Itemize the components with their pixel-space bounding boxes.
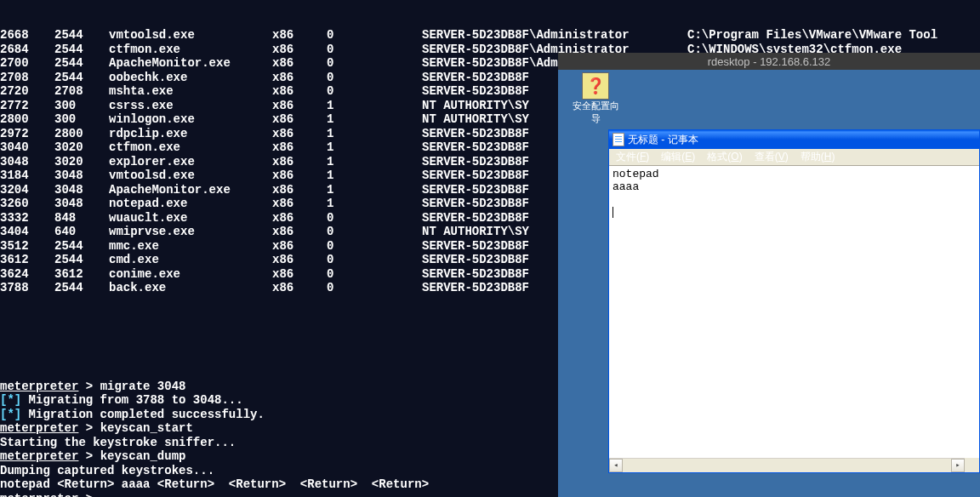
session: 1 bbox=[327, 127, 422, 141]
rdesktop-title: rdesktop - 192.168.6.132 bbox=[708, 55, 831, 68]
process-name: ctfmon.exe bbox=[109, 140, 272, 155]
arch: x86 bbox=[272, 43, 327, 57]
text-cursor bbox=[612, 207, 613, 218]
session: 0 bbox=[327, 84, 422, 99]
ppid: 848 bbox=[54, 211, 109, 226]
session: 0 bbox=[327, 253, 422, 267]
arch: x86 bbox=[272, 56, 327, 71]
session: 0 bbox=[327, 56, 422, 71]
menu-edit[interactable]: 编辑(E) bbox=[658, 150, 698, 164]
ppid: 2800 bbox=[54, 127, 109, 141]
pid: 3332 bbox=[0, 211, 54, 226]
pid: 2972 bbox=[0, 127, 54, 141]
ppid: 2544 bbox=[54, 56, 109, 71]
rdesktop-titlebar[interactable]: rdesktop - 192.168.6.132 bbox=[558, 53, 980, 70]
menu-file[interactable]: 文件(F) bbox=[612, 150, 652, 164]
ppid: 2544 bbox=[54, 281, 109, 295]
arch: x86 bbox=[272, 253, 327, 267]
command-keyscan-start: keyscan_start bbox=[100, 421, 193, 435]
menu-help[interactable]: 帮助(H) bbox=[797, 150, 839, 164]
ppid: 3048 bbox=[54, 183, 109, 197]
session: 1 bbox=[327, 99, 422, 113]
menu-format[interactable]: 格式(O) bbox=[704, 150, 745, 164]
ppid: 3048 bbox=[54, 197, 109, 211]
menu-view[interactable]: 查看(V) bbox=[751, 150, 792, 164]
arch: x86 bbox=[272, 99, 327, 113]
session: 0 bbox=[327, 71, 422, 85]
meterpreter-prompt: meterpreter bbox=[0, 492, 78, 498]
scroll-right-button[interactable]: ▸ bbox=[951, 459, 965, 472]
pid: 3404 bbox=[0, 225, 54, 239]
arch: x86 bbox=[272, 140, 327, 155]
ppid: 3048 bbox=[54, 169, 109, 183]
notepad-window[interactable]: 无标题 - 记事本 文件(F) 编辑(E) 格式(O) 查看(V) 帮助(H) … bbox=[608, 129, 980, 473]
session: 1 bbox=[327, 140, 422, 155]
arch: x86 bbox=[272, 169, 327, 183]
notepad-text-area[interactable]: notepad aaaa ◂ ▸ bbox=[609, 166, 979, 472]
arch: x86 bbox=[272, 183, 327, 197]
notepad-titlebar[interactable]: 无标题 - 记事本 bbox=[609, 130, 979, 149]
process-name: vmtoolsd.exe bbox=[109, 169, 272, 183]
process-name: mmc.exe bbox=[109, 239, 272, 254]
notepad-menubar: 文件(F) 编辑(E) 格式(O) 查看(V) 帮助(H) bbox=[609, 149, 979, 166]
desktop-icon-security-wizard[interactable]: ❓ 安全配置向导 bbox=[570, 72, 621, 125]
ppid: 2544 bbox=[54, 71, 109, 85]
process-row: 2668 2544 vmtoolsd.exe x86 0 SERVER-5D23… bbox=[0, 28, 980, 43]
pid: 3040 bbox=[0, 140, 54, 155]
pid: 2684 bbox=[0, 43, 54, 57]
pid: 3260 bbox=[0, 197, 54, 211]
arch: x86 bbox=[272, 112, 327, 127]
process-name: ApacheMonitor.exe bbox=[109, 56, 272, 71]
ppid: 2708 bbox=[54, 84, 109, 99]
session: 1 bbox=[327, 183, 422, 197]
pid: 2800 bbox=[0, 112, 54, 127]
process-path: C:\Program Files\VMware\VMware Tool bbox=[687, 28, 980, 43]
ppid: 300 bbox=[54, 99, 109, 113]
scroll-left-button[interactable]: ◂ bbox=[609, 459, 623, 472]
pid: 3204 bbox=[0, 183, 54, 197]
pid: 2720 bbox=[0, 84, 54, 99]
horizontal-scrollbar[interactable]: ◂ ▸ bbox=[609, 458, 965, 472]
ppid: 640 bbox=[54, 225, 109, 239]
process-name: wmiprvse.exe bbox=[109, 225, 272, 239]
rdesktop-desktop[interactable]: ❓ 安全配置向导 无标题 - 记事本 文件(F) 编辑(E) 格式(O) 查看(… bbox=[558, 70, 980, 497]
user: SERVER-5D23DB8F\Administrator bbox=[422, 28, 687, 43]
process-name: explorer.exe bbox=[109, 155, 272, 169]
pid: 3048 bbox=[0, 155, 54, 169]
session: 1 bbox=[327, 112, 422, 127]
ppid: 2544 bbox=[54, 239, 109, 254]
resize-grip[interactable] bbox=[965, 458, 979, 472]
session: 1 bbox=[327, 169, 422, 183]
command-migrate: migrate 3048 bbox=[100, 380, 186, 393]
session: 0 bbox=[327, 267, 422, 282]
session: 0 bbox=[327, 211, 422, 226]
info-marker: [*] bbox=[0, 408, 29, 421]
session: 0 bbox=[327, 281, 422, 295]
process-name: winlogon.exe bbox=[109, 112, 272, 127]
process-name: vmtoolsd.exe bbox=[109, 28, 272, 43]
arch: x86 bbox=[272, 239, 327, 254]
security-wizard-icon: ❓ bbox=[582, 72, 609, 100]
process-name: ctfmon.exe bbox=[109, 43, 272, 57]
session: 0 bbox=[327, 239, 422, 254]
process-name: rdpclip.exe bbox=[109, 127, 272, 141]
ppid: 2544 bbox=[54, 253, 109, 267]
meterpreter-prompt: meterpreter bbox=[0, 380, 78, 393]
command-keyscan-dump: keyscan_dump bbox=[100, 449, 186, 463]
process-name: csrss.exe bbox=[109, 99, 272, 113]
arch: x86 bbox=[272, 155, 327, 169]
pid: 2700 bbox=[0, 56, 54, 71]
arch: x86 bbox=[272, 225, 327, 239]
arch: x86 bbox=[272, 127, 327, 141]
session: 1 bbox=[327, 197, 422, 211]
process-name: back.exe bbox=[109, 281, 272, 295]
pid: 3184 bbox=[0, 169, 54, 183]
notepad-title: 无标题 - 记事本 bbox=[628, 133, 698, 147]
process-name: mshta.exe bbox=[109, 84, 272, 99]
process-name: cmd.exe bbox=[109, 253, 272, 267]
meterpreter-prompt: meterpreter bbox=[0, 449, 78, 463]
meterpreter-prompt: meterpreter bbox=[0, 421, 78, 435]
arch: x86 bbox=[272, 197, 327, 211]
ppid: 300 bbox=[54, 112, 109, 127]
pid: 3512 bbox=[0, 239, 54, 254]
